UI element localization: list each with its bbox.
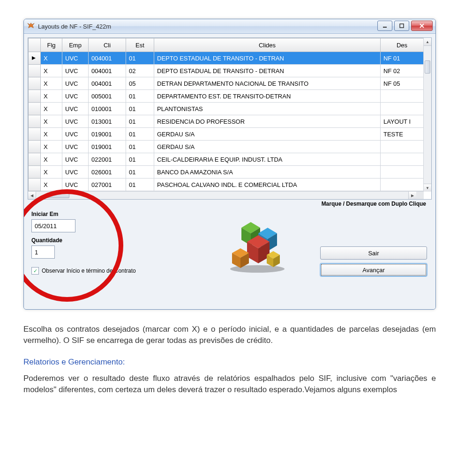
cell-flg[interactable]: X	[41, 77, 62, 90]
cell-clides[interactable]: PLANTONISTAS	[154, 103, 381, 115]
col-emp[interactable]: Emp	[62, 38, 89, 52]
cell-clides[interactable]: CEIL-CALDEIRARIA E EQUIP. INDUST. LTDA	[154, 153, 381, 166]
cell-cli[interactable]: 019001	[89, 141, 126, 153]
cell-emp[interactable]: UVC	[62, 65, 89, 77]
cell-est[interactable]: 01	[126, 166, 154, 178]
cell-des[interactable]	[381, 178, 424, 191]
quantidade-field[interactable]: 1	[31, 245, 55, 259]
cell-des[interactable]	[381, 103, 424, 115]
close-button[interactable]	[411, 21, 433, 31]
maximize-button[interactable]	[394, 21, 409, 31]
cell-des[interactable]: LAYOUT I	[381, 115, 424, 128]
cell-des[interactable]	[381, 166, 424, 178]
cell-emp[interactable]: UVC	[62, 115, 89, 128]
cell-cli[interactable]: 027001	[89, 178, 126, 191]
row-header[interactable]	[29, 178, 41, 191]
row-header[interactable]	[29, 65, 41, 77]
cell-flg[interactable]: X	[41, 90, 62, 103]
cell-est[interactable]: 01	[126, 128, 154, 141]
cell-cli[interactable]: 004001	[89, 52, 126, 65]
row-header[interactable]	[29, 77, 41, 90]
iniciar-em-field[interactable]: 05/2011	[31, 219, 75, 232]
cell-emp[interactable]: UVC	[62, 90, 89, 103]
cell-est[interactable]: 01	[126, 153, 154, 166]
table-row[interactable]: XUVC02200101CEIL-CALDEIRARIA E EQUIP. IN…	[29, 153, 424, 166]
cell-des[interactable]: TESTE	[381, 128, 424, 141]
cell-clides[interactable]: DEPTO ESTADUAL DE TRANSITO - DETRAN	[154, 52, 381, 65]
minimize-button[interactable]	[377, 21, 392, 31]
cell-cli[interactable]: 013001	[89, 115, 126, 128]
col-cli[interactable]: Cli	[89, 38, 126, 52]
cell-des[interactable]: NF 01	[381, 52, 424, 65]
col-des[interactable]: Des	[381, 38, 424, 52]
cell-est[interactable]: 01	[126, 178, 154, 191]
table-row[interactable]: XUVC01900101GERDAU S/A	[29, 141, 424, 153]
cell-cli[interactable]: 004001	[89, 65, 126, 77]
col-clides[interactable]: Clides	[154, 38, 381, 52]
cell-des[interactable]: NF 02	[381, 65, 424, 77]
cell-emp[interactable]: UVC	[62, 103, 89, 115]
cell-des[interactable]: NF 05	[381, 77, 424, 90]
cell-est[interactable]: 02	[126, 65, 154, 77]
titlebar[interactable]: Layouts de NF - SIF_422m	[24, 19, 435, 34]
row-header[interactable]	[29, 128, 41, 141]
vertical-scrollbar[interactable]: ▲ ▼	[423, 38, 431, 192]
table-row[interactable]: XUVC01300101RESIDENCIA DO PROFESSORLAYOU…	[29, 115, 424, 128]
cell-des[interactable]	[381, 141, 424, 153]
cell-clides[interactable]: DEPTO ESTADUAL DE TRANSITO - DETRAN	[154, 65, 381, 77]
cell-clides[interactable]: GERDAU S/A	[154, 128, 381, 141]
row-header[interactable]	[29, 153, 41, 166]
cell-flg[interactable]: X	[41, 128, 62, 141]
data-grid[interactable]: Flg Emp Cli Est Clides Des XUVC00400101D…	[28, 37, 432, 200]
row-header[interactable]	[29, 141, 41, 153]
cell-clides[interactable]: BANCO DA AMAZONIA S/A	[154, 166, 381, 178]
cell-est[interactable]: 01	[126, 141, 154, 153]
cell-est[interactable]: 01	[126, 90, 154, 103]
cell-cli[interactable]: 026001	[89, 166, 126, 178]
cell-flg[interactable]: X	[41, 178, 62, 191]
cell-emp[interactable]: UVC	[62, 141, 89, 153]
cell-cli[interactable]: 019001	[89, 128, 126, 141]
cell-emp[interactable]: UVC	[62, 77, 89, 90]
table-row[interactable]: XUVC01000101PLANTONISTAS	[29, 103, 424, 115]
table-row[interactable]: XUVC01900101GERDAU S/ATESTE	[29, 128, 424, 141]
row-header[interactable]	[29, 52, 41, 65]
sair-button[interactable]: Sair	[320, 246, 427, 260]
cell-cli[interactable]: 022001	[89, 153, 126, 166]
avancar-button[interactable]: Avançar	[320, 263, 427, 276]
cell-clides[interactable]: PASCHOAL CALVANO INDL. E COMERCIAL LTDA	[154, 178, 381, 191]
cell-flg[interactable]: X	[41, 65, 62, 77]
hscroll-thumb[interactable]	[47, 193, 69, 198]
cell-emp[interactable]: UVC	[62, 128, 89, 141]
cell-emp[interactable]: UVC	[62, 52, 89, 65]
cell-flg[interactable]: X	[41, 52, 62, 65]
col-est[interactable]: Est	[126, 38, 154, 52]
cell-des[interactable]	[381, 90, 424, 103]
cell-des[interactable]	[381, 153, 424, 166]
cell-cli[interactable]: 004001	[89, 77, 126, 90]
cell-cli[interactable]: 010001	[89, 103, 126, 115]
cell-flg[interactable]: X	[41, 141, 62, 153]
cell-est[interactable]: 01	[126, 115, 154, 128]
scroll-down-button[interactable]: ▼	[424, 184, 431, 192]
table-row[interactable]: XUVC00400101DEPTO ESTADUAL DE TRANSITO -…	[29, 52, 424, 65]
cell-clides[interactable]: RESIDENCIA DO PROFESSOR	[154, 115, 381, 128]
cell-clides[interactable]: DETRAN DEPARTAMENTO NACIONAL DE TRANSITO	[154, 77, 381, 90]
scroll-up-button[interactable]: ▲	[424, 38, 431, 46]
table-row[interactable]: XUVC02600101BANCO DA AMAZONIA S/A	[29, 166, 424, 178]
cell-cli[interactable]: 005001	[89, 90, 126, 103]
cell-flg[interactable]: X	[41, 153, 62, 166]
cell-flg[interactable]: X	[41, 115, 62, 128]
row-header[interactable]	[29, 166, 41, 178]
scroll-right-button[interactable]: ▶	[408, 192, 416, 199]
scroll-left-button[interactable]: ◀	[28, 192, 36, 199]
vscroll-thumb[interactable]	[425, 60, 430, 74]
cell-emp[interactable]: UVC	[62, 178, 89, 191]
row-header[interactable]	[29, 115, 41, 128]
horizontal-scrollbar[interactable]: ◀ ▶	[28, 191, 424, 199]
row-header[interactable]	[29, 90, 41, 103]
cell-est[interactable]: 01	[126, 52, 154, 65]
observar-checkbox[interactable]: ✓	[31, 267, 39, 275]
cell-emp[interactable]: UVC	[62, 166, 89, 178]
col-flg[interactable]: Flg	[41, 38, 62, 52]
